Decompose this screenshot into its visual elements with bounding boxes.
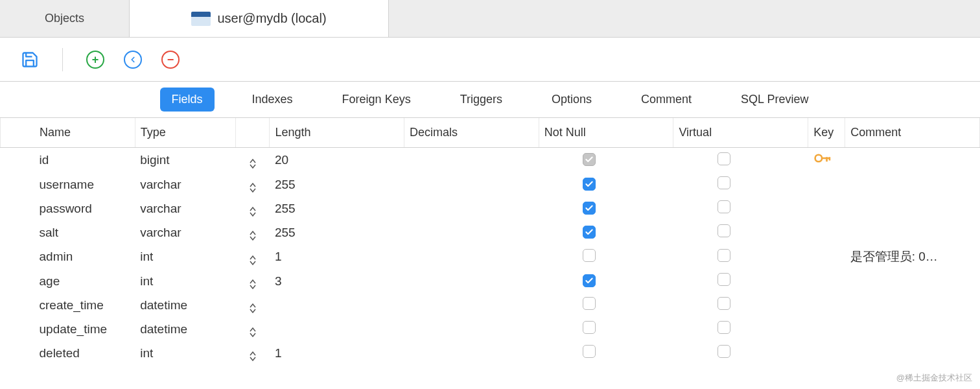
not-null-checkbox[interactable] (583, 345, 596, 358)
virtual-checkbox[interactable] (718, 321, 730, 334)
cell-length[interactable]: 1 (270, 341, 404, 365)
add-field-button[interactable]: + (86, 51, 104, 69)
table-row[interactable]: saltvarchar255 (1, 220, 980, 244)
cell-length[interactable]: 1 (270, 244, 404, 269)
cell-decimals[interactable] (404, 172, 539, 196)
cell-comment[interactable] (845, 172, 980, 196)
not-null-checkbox[interactable] (583, 178, 596, 191)
cell-comment[interactable]: 是否管理员: 0… (845, 244, 980, 269)
cell-decimals[interactable] (404, 196, 539, 220)
type-selector-icon[interactable] (250, 351, 256, 361)
cell-name[interactable]: salt (1, 220, 135, 244)
cell-length[interactable]: 20 (270, 148, 404, 173)
virtual-checkbox[interactable] (718, 249, 730, 262)
cell-length[interactable]: 255 (270, 172, 404, 196)
cell-type[interactable]: datetime (135, 317, 236, 341)
type-selector-icon[interactable] (250, 279, 256, 289)
table-row[interactable]: idbigint20 (1, 148, 980, 173)
type-selector-icon[interactable] (250, 303, 256, 313)
subtab-indexes[interactable]: Indexes (240, 88, 305, 112)
virtual-checkbox[interactable] (718, 273, 730, 286)
cell-selector[interactable] (236, 317, 270, 341)
type-selector-icon[interactable] (250, 231, 256, 241)
type-selector-icon[interactable] (250, 207, 256, 217)
table-row[interactable]: adminint1是否管理员: 0… (1, 244, 980, 269)
cell-comment[interactable] (845, 196, 980, 220)
cell-decimals[interactable] (404, 269, 539, 293)
cell-comment[interactable] (845, 148, 980, 173)
tab-user-table[interactable]: user@mydb (local) (130, 0, 389, 37)
virtual-checkbox[interactable] (718, 345, 730, 358)
not-null-checkbox[interactable] (583, 274, 596, 287)
not-null-checkbox[interactable] (583, 202, 596, 215)
cell-name[interactable]: password (1, 196, 135, 220)
tab-objects[interactable]: Objects (0, 0, 130, 37)
cell-name[interactable]: username (1, 172, 135, 196)
cell-type[interactable]: bigint (135, 148, 236, 173)
cell-name[interactable]: update_time (1, 317, 135, 341)
table-row[interactable]: update_timedatetime (1, 317, 980, 341)
virtual-checkbox[interactable] (718, 200, 730, 213)
cell-decimals[interactable] (404, 244, 539, 269)
table-row[interactable]: create_timedatetime (1, 293, 980, 317)
cell-length[interactable] (270, 317, 404, 341)
type-selector-icon[interactable] (250, 159, 256, 169)
cell-selector[interactable] (236, 293, 270, 317)
cell-selector[interactable] (236, 269, 270, 293)
cell-selector[interactable] (236, 148, 270, 173)
not-null-checkbox[interactable] (583, 153, 596, 166)
cell-selector[interactable] (236, 196, 270, 220)
cell-name[interactable]: deleted (1, 341, 135, 365)
column-header-key[interactable]: Key (808, 118, 845, 148)
virtual-checkbox[interactable] (718, 224, 730, 237)
column-header-decimals[interactable]: Decimals (404, 118, 539, 148)
cell-decimals[interactable] (404, 220, 539, 244)
column-header-not-null[interactable]: Not Null (539, 118, 673, 148)
cell-comment[interactable] (845, 317, 980, 341)
cell-name[interactable]: admin (1, 244, 135, 269)
insert-field-button[interactable] (124, 51, 142, 69)
not-null-checkbox[interactable] (583, 249, 596, 262)
cell-type[interactable]: varchar (135, 172, 236, 196)
cell-selector[interactable] (236, 172, 270, 196)
cell-comment[interactable] (845, 269, 980, 293)
cell-decimals[interactable] (404, 148, 539, 173)
column-header-virtual[interactable]: Virtual (673, 118, 808, 148)
cell-decimals[interactable] (404, 341, 539, 365)
cell-comment[interactable] (845, 293, 980, 317)
not-null-checkbox[interactable] (583, 226, 596, 239)
type-selector-icon[interactable] (250, 183, 256, 193)
cell-decimals[interactable] (404, 317, 539, 341)
cell-name[interactable]: create_time (1, 293, 135, 317)
column-header-name[interactable]: Name (1, 118, 135, 148)
cell-decimals[interactable] (404, 293, 539, 317)
type-selector-icon[interactable] (250, 255, 256, 265)
remove-field-button[interactable]: − (161, 51, 180, 69)
type-selector-icon[interactable] (250, 327, 256, 337)
cell-length[interactable]: 255 (270, 220, 404, 244)
cell-type[interactable]: int (135, 341, 236, 365)
save-button[interactable] (21, 51, 39, 69)
cell-type[interactable]: datetime (135, 293, 236, 317)
column-header-type[interactable]: Type (135, 118, 236, 148)
subtab-comment[interactable]: Comment (629, 88, 703, 112)
cell-type[interactable]: varchar (135, 220, 236, 244)
cell-comment[interactable] (845, 220, 980, 244)
table-row[interactable]: passwordvarchar255 (1, 196, 980, 220)
cell-selector[interactable] (236, 341, 270, 365)
virtual-checkbox[interactable] (718, 152, 730, 165)
subtab-options[interactable]: Options (540, 88, 603, 112)
virtual-checkbox[interactable] (718, 176, 730, 189)
cell-comment[interactable] (845, 341, 980, 365)
not-null-checkbox[interactable] (583, 321, 596, 334)
cell-selector[interactable] (236, 220, 270, 244)
cell-name[interactable]: age (1, 269, 135, 293)
cell-name[interactable]: id (1, 148, 135, 173)
subtab-fields[interactable]: Fields (160, 88, 215, 112)
cell-type[interactable]: int (135, 244, 236, 269)
column-header-comment[interactable]: Comment (845, 118, 980, 148)
column-header-length[interactable]: Length (270, 118, 404, 148)
cell-length[interactable]: 3 (270, 269, 404, 293)
virtual-checkbox[interactable] (718, 297, 730, 310)
cell-selector[interactable] (236, 244, 270, 269)
